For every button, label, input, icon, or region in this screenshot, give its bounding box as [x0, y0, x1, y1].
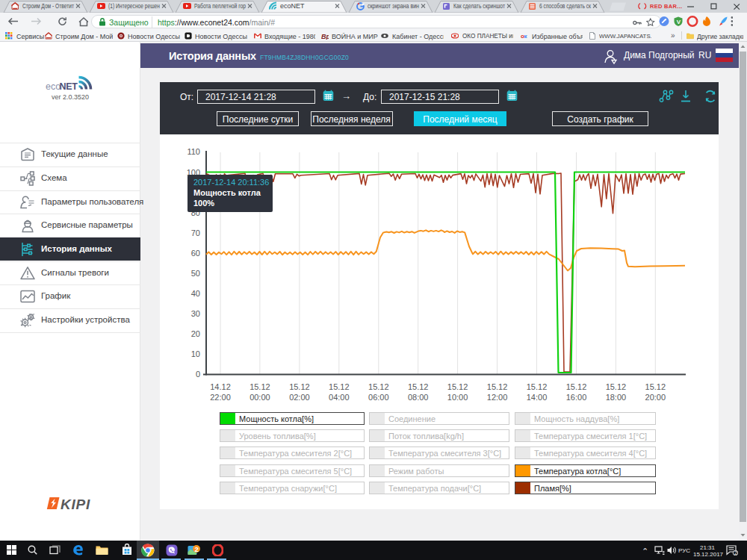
svg-text:Как сделать скриншот: Как сделать скриншот [453, 2, 505, 10]
svg-text:V: V [677, 19, 681, 25]
svg-text:ecoNET: ecoNET [280, 2, 305, 10]
svg-text:RED BAR...: RED BAR... [650, 3, 682, 10]
svg-text:Вр: Вр [321, 33, 329, 40]
svg-text:2: 2 [195, 545, 199, 553]
svg-text:скриншот экрана вин: скриншот экрана вин [368, 2, 419, 10]
svg-text:к: к [524, 33, 528, 40]
svg-text:Работа пеллетной гор: Работа пеллетной гор [194, 2, 246, 10]
svg-text:6 способов сделать ск: 6 способов сделать ск [539, 2, 591, 10]
svg-text:(1) Интересное решен: (1) Интересное решен [108, 2, 160, 10]
svg-text:2: 2 [734, 550, 737, 556]
svg-text:Строим Дом - Ответит: Строим Дом - Ответит [22, 2, 74, 10]
